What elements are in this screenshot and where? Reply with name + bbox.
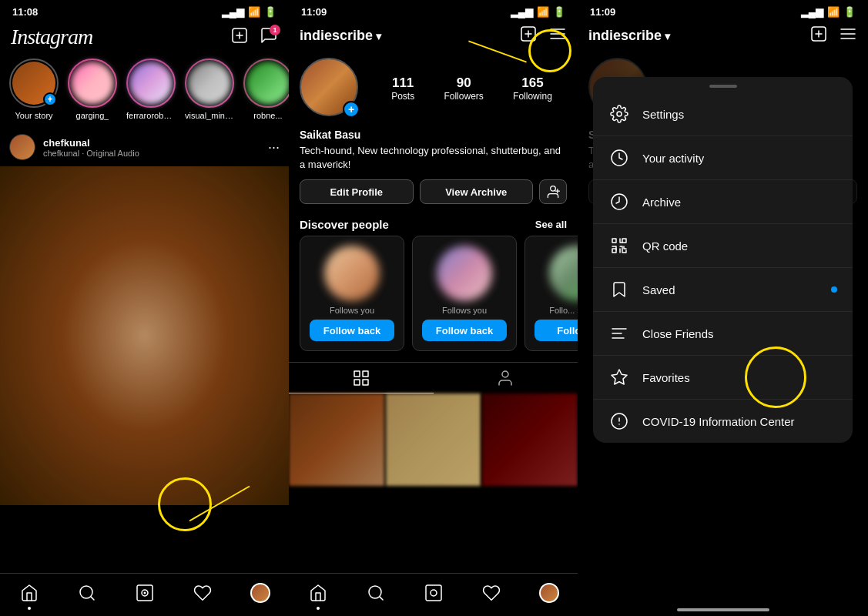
- stories-row: + Your story garging_ ferraroroberto vis…: [0, 54, 289, 128]
- reels-nav-button[interactable]: [129, 578, 160, 608]
- search-nav-button-2[interactable]: [360, 578, 391, 608]
- home-nav-button-2[interactable]: [303, 578, 333, 608]
- post-more-button[interactable]: ···: [268, 139, 280, 156]
- time-1: 11:08: [12, 6, 38, 18]
- archive-label: Archive: [642, 196, 681, 209]
- following-stat[interactable]: 165 Following: [513, 75, 552, 102]
- grid-cell-2[interactable]: [386, 393, 481, 486]
- menu-item-close-friends[interactable]: Close Friends: [593, 312, 853, 356]
- add-friend-button[interactable]: [539, 179, 567, 204]
- feed-header: Instagram 1: [0, 22, 289, 54]
- grid-tab[interactable]: [289, 363, 434, 393]
- story-item-1[interactable]: garging_: [68, 59, 117, 120]
- svg-point-25: [431, 590, 437, 596]
- menu-item-qr[interactable]: QR code: [593, 224, 853, 268]
- menu-button-3[interactable]: [839, 25, 857, 47]
- posts-count: 111: [391, 75, 414, 91]
- reels-nav-button-2[interactable]: [418, 578, 449, 608]
- discover-follows-2: Follows you: [442, 306, 487, 315]
- menu-item-settings[interactable]: Settings: [593, 92, 853, 136]
- profile-nav-button-2[interactable]: [534, 578, 565, 608]
- view-archive-button[interactable]: View Archive: [420, 179, 534, 204]
- discover-title: Discover people: [300, 218, 389, 231]
- notification-badge: 1: [270, 25, 280, 35]
- svg-point-7: [143, 591, 146, 594]
- svg-point-33: [617, 112, 622, 116]
- home-nav-button[interactable]: [14, 578, 45, 608]
- menu-item-covid[interactable]: COVID-19 Information Center: [593, 400, 853, 443]
- posts-stat[interactable]: 111 Posts: [391, 75, 414, 102]
- profile-pic-wrap: +: [300, 58, 361, 119]
- nav-active-dot: [28, 607, 31, 610]
- grid-cell-1[interactable]: [289, 393, 384, 486]
- svg-rect-18: [363, 371, 368, 377]
- likes-nav-button-2[interactable]: [476, 578, 507, 608]
- panel-profile: 11:09 ▂▄▆ 📶 🔋 indiescribe ▾ +: [289, 0, 578, 616]
- svg-rect-37: [622, 239, 626, 243]
- story-item-2[interactable]: ferraroroberto: [126, 59, 176, 120]
- grid-cell-3[interactable]: [482, 393, 578, 486]
- messenger-button[interactable]: 1: [260, 26, 278, 49]
- edit-profile-button[interactable]: Edit Profile: [300, 179, 414, 204]
- menu-profile-header: indiescribe ▾: [578, 22, 868, 52]
- bottom-nav-1: [0, 573, 289, 616]
- panel-feed: 11:08 ▂▄▆ 📶 🔋 Instagram 1 + Your story: [0, 0, 289, 616]
- menu-drawer: Settings Your activity Archive QR code: [593, 77, 853, 443]
- menu-item-activity[interactable]: Your activity: [593, 136, 853, 180]
- post-user-info: chefkunal chefkunal · Original Audio: [43, 137, 260, 158]
- activity-label: Your activity: [642, 152, 704, 165]
- covid-label: COVID-19 Information Center: [642, 415, 795, 428]
- profile-nav-button[interactable]: [245, 578, 276, 608]
- signal-icon-3: ▂▄▆: [801, 6, 823, 18]
- menu-item-archive[interactable]: Archive: [593, 180, 853, 224]
- favorites-icon: [608, 367, 630, 388]
- add-story-button[interactable]: +: [43, 92, 57, 106]
- followers-stat[interactable]: 90 Followers: [444, 75, 483, 102]
- battery-icon-2: 🔋: [553, 6, 565, 18]
- follow-back-button-3[interactable]: Follow...: [535, 320, 578, 341]
- svg-rect-20: [363, 380, 368, 385]
- svg-rect-17: [354, 371, 360, 377]
- menu-button[interactable]: [548, 25, 567, 47]
- status-bar-3: 11:09 ▂▄▆ 📶 🔋: [578, 0, 868, 22]
- follow-back-button-2[interactable]: Follow back: [422, 320, 507, 341]
- profile-add-story-button[interactable]: +: [343, 101, 360, 118]
- story-label-3: visual_minim...: [185, 111, 234, 120]
- post-subtitle: chefkunal · Original Audio: [43, 149, 260, 158]
- post-image: [0, 166, 289, 505]
- archive-icon: [608, 191, 630, 213]
- search-nav-button[interactable]: [72, 578, 102, 608]
- menu-item-saved[interactable]: Saved: [593, 268, 853, 312]
- see-all-button[interactable]: See all: [535, 219, 567, 230]
- post-avatar: [9, 134, 35, 160]
- status-icons-3: ▂▄▆ 📶 🔋: [801, 6, 856, 18]
- bottom-nav-2: [289, 573, 578, 616]
- saved-notification-dot: [831, 286, 837, 293]
- posts-label: Posts: [391, 91, 414, 102]
- story-item-4[interactable]: robne...: [243, 59, 289, 120]
- svg-point-21: [502, 371, 508, 377]
- follow-back-button-1[interactable]: Follow back: [310, 320, 394, 341]
- your-story[interactable]: + Your story: [9, 59, 59, 120]
- followers-label: Followers: [444, 91, 483, 102]
- svg-rect-19: [354, 380, 360, 385]
- menu-username-header: indiescribe ▾: [588, 28, 670, 44]
- profile-info-row: + 111 Posts 90 Followers 165 Following: [289, 52, 578, 129]
- followers-count: 90: [444, 75, 483, 91]
- add-content-button[interactable]: [519, 25, 538, 47]
- likes-nav-button[interactable]: [187, 578, 218, 608]
- profile-nav-avatar: [250, 583, 270, 603]
- story-item-3[interactable]: visual_minim...: [185, 59, 234, 120]
- time-2: 11:09: [301, 6, 327, 18]
- settings-icon: [608, 103, 630, 125]
- discover-avatar-1: [324, 246, 380, 301]
- profile-header: indiescribe ▾: [289, 22, 578, 52]
- reels-tab[interactable]: [434, 363, 578, 393]
- menu-item-favorites[interactable]: Favorites: [593, 356, 853, 400]
- profile-header-icons: [519, 25, 567, 47]
- profile-stats: 111 Posts 90 Followers 165 Following: [377, 75, 567, 102]
- add-post-button[interactable]: [230, 26, 249, 49]
- add-content-button-3[interactable]: [809, 25, 828, 47]
- profile-nav-avatar-2: [539, 583, 559, 603]
- signal-icon: ▂▄▆: [222, 6, 244, 18]
